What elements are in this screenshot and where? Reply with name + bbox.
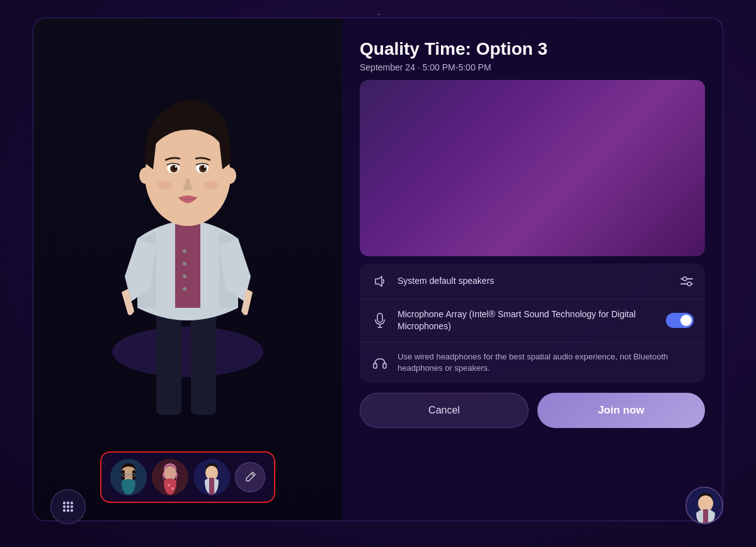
svg-point-0 <box>112 327 263 377</box>
grid-menu-icon <box>60 499 76 514</box>
join-now-button[interactable]: Join now <box>537 393 705 428</box>
svg-point-20 <box>224 167 236 184</box>
cancel-button[interactable]: Cancel <box>360 393 529 428</box>
right-panel: Quality Time: Option 3 September 24 · 5:… <box>342 18 723 521</box>
event-preview-area <box>360 80 705 256</box>
speaker-label: System default speakers <box>398 275 671 288</box>
svg-point-31 <box>171 487 174 490</box>
speaker-icon <box>371 273 389 290</box>
character-avatar-3[interactable] <box>193 459 230 495</box>
speaker-settings-button[interactable] <box>680 276 694 286</box>
svg-point-15 <box>175 166 177 168</box>
microphone-toggle[interactable] <box>666 313 694 328</box>
avatar-display <box>33 18 342 446</box>
microphone-label: Microphone Array (Intel® Smart Sound Tec… <box>398 308 657 333</box>
svg-point-47 <box>71 502 73 504</box>
svg-point-48 <box>63 505 66 508</box>
svg-point-16 <box>204 166 206 168</box>
svg-point-39 <box>687 282 691 286</box>
svg-marker-35 <box>375 276 382 286</box>
microphone-row: Microphone Array (Intel® Smart Sound Tec… <box>360 300 705 342</box>
audio-settings-icon <box>680 276 694 286</box>
svg-point-51 <box>63 509 66 512</box>
microphone-icon <box>371 312 389 329</box>
headphone-tip-text: Use wired headphones for the best spatia… <box>398 351 694 374</box>
headphone-tip-row: Use wired headphones for the best spatia… <box>360 342 705 383</box>
svg-point-46 <box>67 502 69 504</box>
menu-button[interactable] <box>50 489 86 524</box>
character-selector <box>100 451 275 503</box>
edit-icon <box>244 471 256 483</box>
svg-rect-40 <box>377 313 382 322</box>
event-date: September 24 · 5:00 PM-5:00 PM <box>360 62 705 72</box>
svg-point-19 <box>139 167 152 184</box>
avatar-svg <box>90 37 285 427</box>
svg-point-52 <box>67 509 69 512</box>
avatar-panel <box>33 18 342 521</box>
svg-point-30 <box>168 484 170 487</box>
svg-point-18 <box>203 181 219 189</box>
action-buttons: Cancel Join now <box>360 393 705 428</box>
svg-point-38 <box>683 277 687 281</box>
character-avatar-1[interactable] <box>110 459 147 495</box>
svg-point-17 <box>157 181 172 189</box>
svg-point-53 <box>71 509 73 512</box>
svg-point-49 <box>67 505 69 508</box>
user-avatar-button[interactable] <box>685 487 723 524</box>
speaker-row: System default speakers <box>360 264 705 300</box>
event-info: Quality Time: Option 3 September 24 · 5:… <box>360 38 705 72</box>
audio-settings-card: System default speakers <box>360 264 705 383</box>
svg-point-4 <box>183 262 186 266</box>
svg-point-5 <box>183 274 186 278</box>
headphone-icon <box>371 354 389 371</box>
event-title: Quality Time: Option 3 <box>360 38 705 60</box>
main-dialog: Quality Time: Option 3 September 24 · 5:… <box>33 18 723 521</box>
svg-point-50 <box>71 505 73 508</box>
character-avatar-2[interactable] <box>152 459 188 495</box>
character-edit-button[interactable] <box>235 462 265 492</box>
svg-point-3 <box>183 249 186 253</box>
svg-line-34 <box>251 473 254 476</box>
svg-point-6 <box>183 287 186 291</box>
svg-point-45 <box>63 502 66 504</box>
